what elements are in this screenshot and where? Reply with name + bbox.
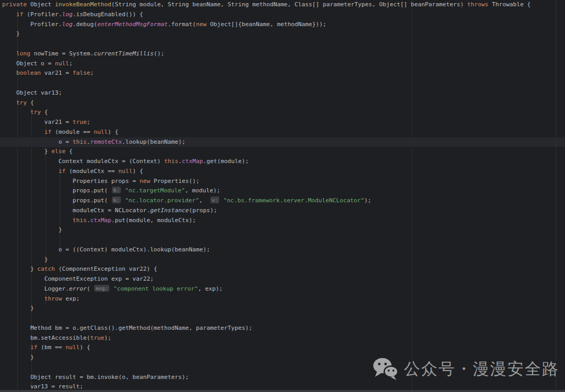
code-line: Profiler.log.debug(enterMethodMsgFormat.… [2,20,565,30]
code-line [2,78,565,88]
code-line: private Object invokeBeanMethod(String m… [2,0,565,10]
code-line: Object var13; [2,88,565,98]
code-token: Object [27,1,55,8]
code-token: (Profiler. [23,11,62,18]
code-token: ComponentException exp = var22; [2,275,154,282]
code-token: .put(module, moduleCtx); [111,217,196,224]
code-line: if (bm == null) { [2,343,565,353]
code-token: remoteCtx [90,139,122,145]
code-editor[interactable]: private Object invokeBeanMethod(String m… [0,0,565,392]
code-line: o = ((Context) moduleCtx).lookup(beanNam… [2,245,565,255]
code-token: invokeBeanMethod [55,1,111,8]
code-token: var21 = [41,70,73,76]
code-token: this [73,217,87,224]
code-token: (ComponentException var22) { [55,266,157,272]
code-token: "nc.bs.framework.server.ModuleNCLocator" [223,197,364,204]
code-token: { [27,99,33,106]
code-token: if [59,168,65,175]
code-line: try { [2,98,565,108]
code-token: .lookup(beanName); [122,139,185,145]
code-line: } [2,225,565,235]
code-token: ; [69,60,73,67]
code-token: private [2,1,27,8]
code-line: if (module == null) { [2,128,565,137]
code-line: Logger.error( msg: "component lookup err… [2,284,565,294]
code-line: } [2,255,565,265]
code-token: log [62,11,73,18]
code-token [121,197,125,204]
code-line: this.ctxMap.put(module, moduleCtx); [2,216,565,226]
code-token: { [41,109,48,116]
code-token: } [2,148,51,155]
code-token: error [69,285,87,292]
code-token: . [178,158,182,165]
code-token: true [73,119,87,125]
code-line: if (Profiler.log.isDebugEnabled()) { [2,10,565,20]
code-token: } [2,266,37,272]
code-token: ) { [132,168,143,175]
code-token: else [51,148,65,155]
code-token: null [55,60,69,67]
code-token: ctxMap [182,158,203,165]
code-token: this [164,158,178,165]
code-token [2,99,16,106]
code-line: Method bm = o.getClass().getMethod(metho… [2,324,565,333]
code-token: nowTime = System. [30,50,94,57]
code-line: moduleCtx = NCLocator.getInstance(props)… [2,206,565,216]
code-token: Profiler. [2,21,62,28]
code-token [2,50,16,57]
code-token: o = [2,139,73,145]
code-token: "nc.targetModule" [125,187,185,194]
code-token: , [199,197,209,204]
code-token: Properties props = [2,178,140,185]
code-line: } [2,304,565,314]
code-token [2,295,44,302]
code-token: ); [364,197,371,204]
code-token [110,285,114,292]
code-token: , exp); [198,285,222,292]
code-token: new [140,178,150,185]
code-token: boolean [16,70,41,76]
code-line: var21 = true; [2,118,565,128]
code-line: ComponentException exp = var22; [2,274,565,284]
code-line: bm.setAccessible(true); [2,333,565,343]
code-token: } [2,226,62,233]
code-line: throw exp; [2,294,565,304]
code-token: long [16,50,30,57]
code-token: ) { [80,344,90,351]
code-line: props.put( k: "nc.locator.provider", v: … [2,196,565,206]
code-line: } [2,29,565,39]
code-token: Properties(); [150,178,199,185]
code-token [2,109,30,116]
code-token: Throwable { [489,1,531,8]
code-token: Object[]{beanName, methodName})); [207,21,326,28]
code-token: ; [87,119,91,125]
inlay-hint: k: [112,187,121,193]
code-token: moduleCtx = NCLocator. [2,207,150,214]
code-token: ); [104,335,111,341]
code-token: ctxMap [90,217,111,224]
code-token: catch [37,266,55,272]
code-token: props.put( [2,187,111,194]
code-token: } [2,354,34,361]
code-token: } [2,305,34,312]
code-token: (); [154,50,164,57]
code-line: Context moduleCtx = (Context) this.ctxMa… [2,157,565,167]
code-token [2,344,30,351]
code-token: ) { [108,129,118,135]
code-token: false [73,70,91,76]
code-token: ( [87,285,94,292]
code-token: if [16,11,23,18]
code-token: ; [90,70,94,76]
code-token [2,168,59,175]
watermark-text: 公众号・漫漫安全路 [404,358,559,380]
code-area[interactable]: private Object invokeBeanMethod(String m… [0,0,565,392]
code-token: null [94,129,108,135]
code-token: Object o = [2,60,55,67]
code-line: boolean var21 = false; [2,68,565,78]
bottom-border-strip [0,390,565,392]
code-token [2,11,16,18]
code-token [220,197,223,204]
code-token: o = ((Context) moduleCtx).lookup(beanNam… [2,246,210,253]
code-token: Object result = bm.invoke(o, beanParamet… [2,374,189,381]
